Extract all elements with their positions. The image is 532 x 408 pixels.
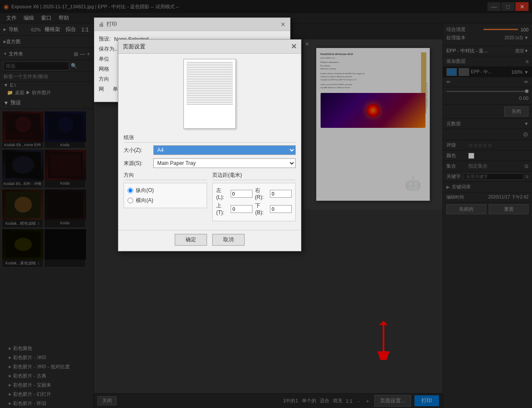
paper-preview	[183, 59, 236, 129]
orient-options: 纵向(O) 横向(A)	[124, 183, 207, 208]
page-setup-footer: 确定 取消	[118, 230, 301, 251]
page-setup-dialog: 页面设置 ✕	[118, 39, 301, 251]
page-setup-title: 页面设置	[123, 43, 145, 51]
paper-line-23	[187, 100, 233, 101]
paper-line-20	[187, 95, 233, 96]
save-dlg-label[interactable]: 保存为...	[99, 45, 119, 53]
paper-line-18	[187, 92, 233, 93]
paper-line-12	[187, 81, 233, 82]
printer-icon: 🖨	[99, 21, 104, 27]
margin-top-row: 上(T): 下(B):	[216, 202, 292, 216]
paper-line-3	[187, 65, 233, 66]
print-dialog-title-bar: 🖨 打印 ✕	[94, 18, 290, 31]
paper-line-22	[187, 99, 233, 99]
landscape-row: 横向(A)	[128, 197, 203, 204]
paper-line-11	[187, 79, 233, 80]
right-input[interactable]	[270, 190, 292, 198]
cancel-btn[interactable]: 取消	[212, 234, 245, 246]
left-label: 左(L):	[216, 187, 228, 200]
paper-line-24	[187, 102, 233, 103]
paper-line-19	[187, 93, 233, 94]
unit-label: 单位	[99, 55, 109, 63]
source-label: 来源(S):	[124, 160, 150, 167]
preset-dlg-label: 预设:	[99, 35, 111, 43]
paper-line-15	[187, 86, 233, 87]
bottom-label: 下(B):	[255, 202, 267, 216]
landscape-radio[interactable]	[128, 198, 133, 203]
orientation-group: 方向 纵向(O) 横向(A)	[124, 171, 207, 221]
paper-line-13	[187, 83, 233, 84]
paper-section-title: 纸张	[124, 134, 296, 143]
margin-section-title: 页边距(毫米)	[212, 171, 296, 180]
page-setup-title-bar: 页面设置 ✕	[118, 40, 301, 54]
size-label: 大小(Z):	[124, 147, 150, 154]
paper-line-21	[187, 97, 233, 98]
print-dialog-close[interactable]: ✕	[280, 21, 286, 28]
paper-line-10	[187, 78, 233, 79]
net-label: 网格	[99, 65, 109, 73]
margin-group: 页边距(毫米) 左(L): 右(R): 上(T): 下(B):	[212, 171, 296, 221]
red-arrow	[370, 321, 397, 356]
left-input[interactable]	[231, 190, 252, 198]
paper-line-4	[187, 67, 233, 68]
page-setup-close[interactable]: ✕	[291, 42, 297, 51]
ok-btn[interactable]: 确定	[175, 234, 207, 246]
paper-line-14	[187, 85, 233, 86]
net2-label: 网	[99, 86, 104, 93]
landscape-label: 横向(A)	[136, 197, 153, 204]
paper-line-2	[187, 64, 233, 65]
paper-source-row: 来源(S): Main Paper Tray Manual Feed Envel…	[124, 158, 296, 168]
page-setup-body: 纸张 大小(Z): A4 A3 Letter Legal 来源(S): Main…	[118, 54, 301, 226]
bottom-input[interactable]	[270, 205, 292, 213]
paper-line-8	[187, 74, 233, 75]
margin-left-row: 左(L): 右(R):	[216, 187, 292, 200]
print-dialog-title: 打印	[107, 21, 117, 28]
orient-margin-row: 方向 纵向(O) 横向(A) 页边距(毫米) 左(L	[124, 171, 296, 221]
paper-line-5	[187, 69, 233, 70]
right-label: 右(R):	[255, 187, 267, 200]
paper-size-row: 大小(Z): A4 A3 Letter Legal	[124, 145, 296, 155]
portrait-radio[interactable]	[128, 188, 133, 193]
paper-line-25	[187, 104, 233, 105]
top-input[interactable]	[231, 205, 252, 213]
paper-line-6	[187, 71, 233, 72]
direction-label: 方向	[99, 75, 109, 83]
portrait-label: 纵向(O)	[136, 187, 154, 194]
portrait-row: 纵向(O)	[128, 187, 203, 194]
top-label: 上(T):	[216, 202, 228, 216]
paper-content	[187, 62, 233, 126]
paper-line-7	[187, 72, 233, 73]
paper-line-1	[187, 62, 233, 63]
paper-line-9	[187, 76, 233, 77]
paper-line-16	[187, 88, 233, 89]
paper-line-17	[187, 90, 233, 91]
source-select[interactable]: Main Paper Tray Manual Feed Envelope Fee…	[153, 158, 296, 168]
size-select[interactable]: A4 A3 Letter Legal	[153, 145, 296, 155]
svg-marker-16	[379, 321, 388, 325]
margin-inputs: 左(L): 右(R): 上(T): 下(B):	[212, 183, 296, 221]
orient-section-title: 方向	[124, 171, 207, 180]
